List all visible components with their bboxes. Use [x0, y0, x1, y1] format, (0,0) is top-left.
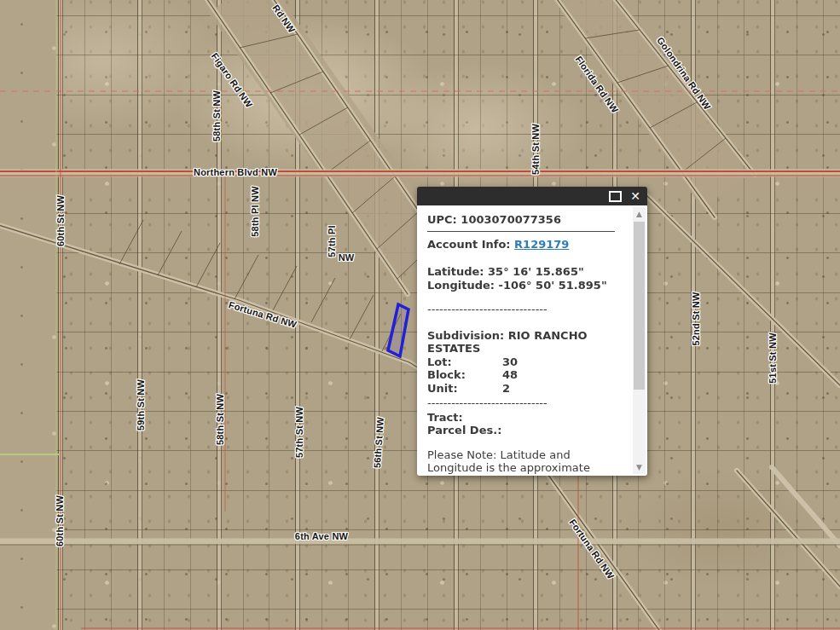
parcel-des-label: Parcel Des.: — [427, 424, 622, 437]
popup-scrollbar[interactable]: ▲ ▼ — [633, 207, 646, 474]
map-viewport[interactable]: Rd NWFigaro Rd NW58th St NWFlorida Rd NW… — [0, 0, 840, 630]
lot-label: Lot: — [427, 355, 502, 369]
scroll-down-icon[interactable]: ▼ — [633, 462, 646, 472]
unit-value: 2 — [502, 382, 510, 396]
longitude-value: -106° 50' 51.895" — [499, 279, 607, 292]
unit-label: Unit: — [427, 382, 502, 396]
divider — [427, 231, 615, 232]
separator: ------------------------------ — [427, 303, 622, 316]
latitude-label: Latitude: — [427, 265, 484, 278]
latitude-value: 35° 16' 15.865" — [488, 265, 584, 278]
account-info-link[interactable]: R129179 — [514, 238, 569, 251]
longitude-label: Longitude: — [427, 279, 495, 292]
upc-label: UPC: — [427, 213, 457, 226]
scrollbar-thumb[interactable] — [634, 222, 645, 390]
lot-value: 30 — [502, 355, 518, 369]
subdivision-label: Subdivision: — [427, 329, 504, 342]
block-label: Block: — [427, 368, 502, 382]
popup-header: ✕ — [417, 187, 647, 205]
popup-callout-arrow — [417, 341, 418, 361]
parcel-info-popup: ✕ UPC: 1003070077356 Account Info: R1291… — [417, 187, 647, 476]
maximize-icon[interactable] — [609, 191, 622, 202]
highlighted-parcel[interactable] — [388, 304, 408, 356]
block-value: 48 — [502, 368, 518, 382]
close-icon[interactable]: ✕ — [630, 190, 640, 202]
separator: ------------------------------ — [427, 396, 622, 410]
tract-label: Tract: — [427, 411, 622, 425]
account-info-label: Account Info: — [427, 238, 511, 251]
upc-value: 1003070077356 — [461, 213, 561, 226]
popup-body: UPC: 1003070077356 Account Info: R129179… — [417, 205, 647, 476]
scroll-up-icon[interactable]: ▲ — [633, 209, 646, 219]
popup-note: Please Note: Latitude and Longitude is t… — [427, 448, 622, 477]
